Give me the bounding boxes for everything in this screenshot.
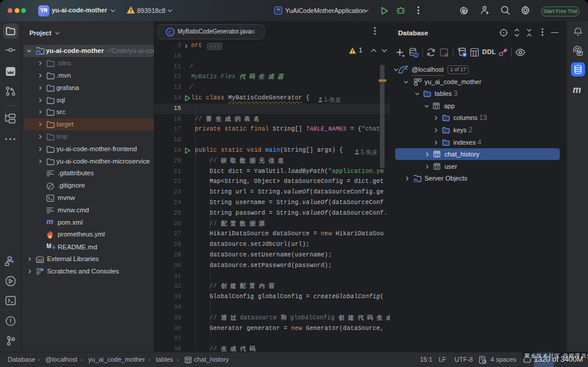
svg-text:C: C xyxy=(168,29,172,35)
